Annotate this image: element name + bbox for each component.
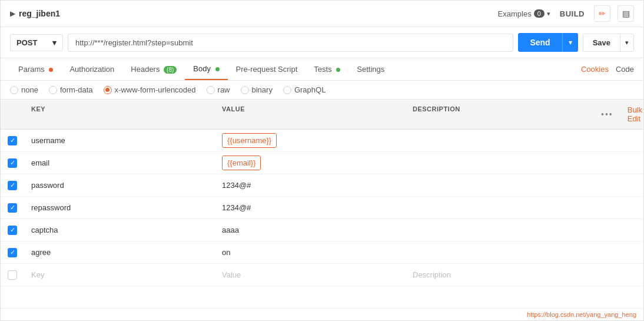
checkbox-email[interactable]: ✓	[1, 158, 24, 168]
radio-raw[interactable]: raw	[207, 85, 230, 94]
value-repassword[interactable]: 1234@#	[215, 198, 406, 217]
th-key: KEY	[24, 103, 215, 125]
th-description: DESCRIPTION	[406, 103, 596, 125]
comment-icon-button[interactable]: ▤	[618, 5, 634, 22]
checkbox-icon[interactable]: ✓	[8, 226, 17, 235]
save-dropdown-button[interactable]: ▾	[620, 34, 633, 51]
method-arrow-icon: ▾	[52, 38, 57, 47]
checkmark-icon: ✓	[10, 204, 15, 211]
radio-form-data[interactable]: form-data	[49, 85, 93, 94]
send-button-group: Send ▾	[518, 33, 577, 52]
tab-headers[interactable]: Headers (8)	[122, 59, 185, 80]
tab-params-label: Params	[18, 65, 45, 74]
desc-password[interactable]	[406, 181, 596, 190]
th-checkbox	[1, 103, 24, 125]
tab-authorization-label: Authorization	[69, 65, 114, 74]
cookies-link[interactable]: Cookies	[581, 65, 609, 74]
comment-icon: ▤	[622, 9, 630, 18]
checkbox-password[interactable]: ✓	[1, 181, 24, 190]
tab-tests[interactable]: Tests	[306, 59, 348, 80]
key-new-placeholder[interactable]: Key	[24, 266, 215, 284]
tests-dot	[336, 68, 340, 72]
value-password[interactable]: 1234@#	[215, 176, 406, 194]
key-email[interactable]: email	[24, 154, 215, 172]
tab-params[interactable]: Params	[10, 59, 61, 80]
radio-urlencoded-inner	[105, 88, 109, 92]
send-button[interactable]: Send	[518, 33, 562, 52]
checkbox-icon[interactable]: ✓	[8, 136, 17, 145]
radio-urlencoded-circle	[104, 86, 112, 94]
checkbox-new[interactable]	[1, 270, 24, 280]
checkmark-icon: ✓	[10, 181, 15, 189]
value-captcha[interactable]: aaaa	[215, 221, 406, 239]
tabs-right: Cookies Code	[581, 65, 634, 74]
url-bar: POST ▾ Send ▾ Save ▾	[1, 27, 643, 58]
desc-agree[interactable]	[406, 248, 596, 257]
radio-binary-circle	[241, 86, 249, 94]
checkbox-icon[interactable]: ✓	[8, 181, 17, 190]
th-value: VALUE	[215, 103, 406, 125]
key-password[interactable]: password	[24, 176, 215, 194]
radio-none-label: none	[21, 85, 38, 94]
checkbox-username[interactable]: ✓	[1, 136, 24, 145]
table-row: ✓ agree on	[1, 241, 643, 264]
checkmark-icon: ✓	[10, 137, 15, 144]
table-row-new: Key Value Description	[1, 264, 643, 286]
radio-raw-label: raw	[218, 85, 230, 94]
checkbox-icon[interactable]: ✓	[8, 158, 17, 168]
tab-settings[interactable]: Settings	[348, 59, 393, 80]
save-button-group: Save ▾	[583, 34, 634, 52]
checkbox-icon[interactable]: ✓	[8, 203, 17, 213]
desc-repassword[interactable]	[406, 203, 596, 213]
radio-graphql[interactable]: GraphQL	[283, 85, 326, 94]
radio-binary[interactable]: binary	[241, 85, 273, 94]
tab-tests-label: Tests	[314, 65, 331, 74]
tabs-bar: Params Authorization Headers (8) Body Pr…	[1, 58, 643, 81]
method-select[interactable]: POST ▾	[10, 34, 63, 51]
value-username[interactable]: {{username}}	[215, 131, 406, 150]
url-input[interactable]	[68, 34, 513, 52]
value-agree[interactable]: on	[215, 243, 406, 262]
edit-icon-button[interactable]: ✏	[594, 5, 610, 22]
header-right: Examples 0 ▾ BUILD ✏ ▤	[498, 5, 634, 22]
radio-binary-label: binary	[252, 85, 273, 94]
tab-pre-request[interactable]: Pre-request Script	[228, 59, 306, 80]
radio-none[interactable]: none	[10, 85, 38, 94]
tab-body[interactable]: Body	[185, 58, 227, 80]
expand-arrow-icon[interactable]: ▶	[10, 9, 15, 18]
tab-pre-request-label: Pre-request Script	[236, 65, 298, 74]
save-button[interactable]: Save	[583, 34, 620, 51]
tab-authorization[interactable]: Authorization	[61, 59, 122, 80]
checkbox-agree[interactable]: ✓	[1, 248, 24, 257]
desc-captcha[interactable]	[406, 226, 596, 235]
tab-settings-label: Settings	[357, 65, 384, 74]
send-dropdown-button[interactable]: ▾	[562, 33, 578, 52]
checkbox-icon[interactable]: ✓	[8, 248, 17, 257]
key-agree[interactable]: agree	[24, 243, 215, 262]
radio-raw-circle	[207, 86, 215, 94]
value-email[interactable]: {{email}}	[215, 153, 406, 173]
radio-urlencoded[interactable]: x-www-form-urlencoded	[104, 85, 196, 94]
radio-form-data-label: form-data	[60, 85, 93, 94]
key-repassword[interactable]: repassword	[24, 198, 215, 217]
method-label: POST	[16, 38, 37, 47]
radio-form-data-circle	[49, 86, 57, 94]
key-captcha[interactable]: captcha	[24, 221, 215, 239]
more-options-icon[interactable]: •••	[596, 107, 618, 121]
code-link[interactable]: Code	[616, 65, 634, 74]
value-new-placeholder[interactable]: Value	[215, 266, 406, 284]
table-row: ✓ username {{username}}	[1, 130, 643, 152]
desc-email[interactable]	[406, 158, 596, 168]
desc-new-placeholder[interactable]: Description	[406, 266, 596, 284]
checkbox-repassword[interactable]: ✓	[1, 203, 24, 213]
bulk-edit-button[interactable]: Bulk Edit	[620, 103, 643, 125]
examples-label: Examples	[498, 9, 532, 18]
body-type-bar: none form-data x-www-form-urlencoded raw…	[1, 81, 643, 100]
checkbox-empty-icon	[8, 270, 17, 280]
examples-button[interactable]: Examples 0 ▾	[498, 9, 550, 18]
footer-url: https://blog.csdn.net/yang_yang_heng	[1, 308, 643, 320]
key-username[interactable]: username	[24, 131, 215, 150]
checkbox-captcha[interactable]: ✓	[1, 226, 24, 235]
build-button[interactable]: BUILD	[557, 9, 587, 18]
desc-username[interactable]	[406, 136, 596, 145]
